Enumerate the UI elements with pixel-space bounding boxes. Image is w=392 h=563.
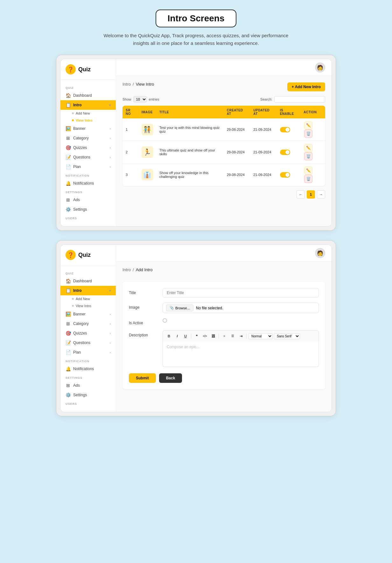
sidebar-item-plan-1[interactable]: 📄 Plan › [60,162,116,172]
ol-icon: ≡ [223,334,225,338]
breadcrumb-1: Intro / View Intro [122,82,154,87]
sidebar-item-plan-2[interactable]: 📄 Plan › [60,348,116,357]
sub-view-intro-1[interactable]: View Intro [60,117,116,124]
plan-icon-1: 📄 [66,164,71,169]
sidebar-item-dashboard-2[interactable]: 🏠 Dashboard [60,276,116,286]
sub-add-new-1[interactable]: Add New [60,110,116,117]
sidebar-item-intro-1[interactable]: 📋 Intro ▾ [60,100,116,110]
page-title: Intro Screens [168,13,225,24]
search-input-1[interactable] [274,96,325,102]
add-new-intro-button[interactable]: + Add New Intro [287,82,325,91]
breadcrumb-2: Intro / Add Intro [122,267,152,272]
sidebar-item-intro-2[interactable]: 📋 Intro ▾ [60,286,116,295]
rte-divider-1 [191,334,191,339]
rte-bold-btn[interactable]: B [165,333,172,340]
rte-toolbar: B I U ❝ </> 🖼 ≡ ☰ ⇥ [163,330,319,341]
browse-button[interactable]: 📎 Browse... [166,305,193,311]
sidebar-item-questions-2[interactable]: 📝 Questions › [60,338,116,348]
logo-emoji-2: ❓ [67,252,74,258]
quizzes-chevron-2: › [110,332,111,335]
show-label-1: Show [122,97,131,101]
plan-label-2: Plan [73,350,81,355]
category-icon-2: ⊞ [66,321,71,326]
table-row: 2 🏃 This ultimate quiz and show off your… [122,141,325,164]
entries-select-1[interactable]: 10 25 50 [133,96,147,102]
edit-button[interactable]: ✏️ [304,166,312,175]
title-input[interactable] [163,288,319,298]
is-active-label: Is Active [129,318,158,325]
submit-button[interactable]: Submit [129,373,156,383]
delete-button[interactable]: 🗑️ [304,130,312,138]
banner-label-1: Banner [73,126,86,131]
sub-view-intro-2[interactable]: View Intro [60,302,116,309]
banner-label-2: Banner [73,312,86,316]
questions-icon-1: 📝 [66,155,71,160]
back-button[interactable]: Back [159,373,182,383]
sidebar-item-settings-1[interactable]: ⚙️ Settings [60,205,116,214]
banner-chevron-1: › [110,127,111,130]
row-image: 🧑‍🤝‍🧑 [142,124,153,135]
row-image: 🏃 [142,146,153,158]
rte-font-select[interactable]: Sans Serif Serif Monospace [274,333,300,339]
th-created-1: CREATED AT [224,106,250,118]
page-subtitle: Welcome to the QuickQuiz App, Track prog… [97,32,295,47]
delete-button[interactable]: 🗑️ [304,152,312,160]
intro-chevron-2: ▾ [109,289,111,292]
sidebar-item-quizzes-1[interactable]: 🎯 Quizzes › [60,143,116,152]
rte-ol-btn[interactable]: ≡ [221,333,228,340]
notif-section-label-2: NOTIFICATION [60,357,116,364]
sidebar-item-dashboard-1[interactable]: 🏠 Dashboard [60,91,116,100]
table-controls-1: Show 10 25 50 entries Search: [122,96,325,102]
questions-icon-2: 📝 [66,340,71,345]
rte-italic-btn[interactable]: I [174,333,181,340]
sidebar-item-ads-2[interactable]: ⊞ Ads [60,381,116,390]
questions-chevron-2: › [110,341,111,345]
sidebar-item-banner-1[interactable]: 🖼️ Banner › [60,124,116,133]
rte-indent-btn[interactable]: ⇥ [237,333,244,340]
sidebar-logo-1: ❓ Quiz [60,64,116,80]
sub-add-new-2[interactable]: Add New [60,295,116,302]
ads-icon-2: ⊞ [66,383,71,388]
intro-chevron-1: ▾ [109,103,111,107]
app-frame-1: ❓ Quiz QUIZ 🏠 Dashboard 📋 Intro ▾ Add Ne… [56,55,336,231]
cell-action: ✏️ 🗑️ [300,141,325,164]
cell-updated: 21-09-2024 [250,141,277,164]
sidebar-item-questions-1[interactable]: 📝 Questions › [60,152,116,162]
enable-toggle[interactable] [280,150,290,155]
sidebar-item-notifications-2[interactable]: 🔔 Notifications [60,364,116,374]
sidebar-item-category-2[interactable]: ⊞ Category › [60,319,116,328]
edit-button[interactable]: ✏️ [304,144,312,152]
edit-button[interactable]: ✏️ [304,121,312,130]
sidebar-item-banner-2[interactable]: 🖼️ Banner › [60,309,116,319]
section-label-quiz-2: QUIZ [60,269,116,276]
rte-format-select[interactable]: Normal Heading 1 Heading 2 [248,333,273,339]
section-label-quiz-1: QUIZ [60,84,116,91]
next-page-btn-1[interactable]: → [317,190,325,199]
prev-page-btn-1[interactable]: ← [297,190,305,199]
sidebar-item-ads-1[interactable]: ⊞ Ads [60,195,116,205]
rte-underline-btn[interactable]: U [182,333,189,340]
delete-button[interactable]: 🗑️ [304,175,312,183]
cell-image: 👔 [138,164,156,186]
is-active-radio[interactable] [163,318,167,323]
sidebar-item-quizzes-2[interactable]: 🎯 Quizzes › [60,328,116,338]
description-label: Description [129,330,158,337]
sub-dot-add-new-2 [72,298,74,300]
rte-ul-btn[interactable]: ☰ [229,333,236,340]
file-input-row: 📎 Browse... No file selected. [163,303,319,313]
current-page-btn-1[interactable]: 1 [307,190,315,199]
th-sr-1: SR NO [122,106,138,118]
ads-icon-1: ⊞ [66,197,71,202]
content-area-2: Intro / Add Intro Title [116,262,332,412]
enable-toggle[interactable] [280,127,290,132]
sidebar-item-settings-2[interactable]: ⚙️ Settings [60,390,116,400]
sidebar-item-notifications-1[interactable]: 🔔 Notifications [60,179,116,188]
add-intro-form: Title Image 📎 Browse... [122,282,325,389]
rte-image-btn[interactable]: 🖼 [210,333,217,340]
rte-quote-btn[interactable]: ❝ [193,333,200,340]
rte-body[interactable]: Compose an epic... [163,341,319,367]
sidebar-item-category-1[interactable]: ⊞ Category › [60,133,116,143]
rte-divider-2 [219,334,219,339]
rte-code-btn[interactable]: </> [201,333,208,340]
enable-toggle[interactable] [280,172,290,178]
